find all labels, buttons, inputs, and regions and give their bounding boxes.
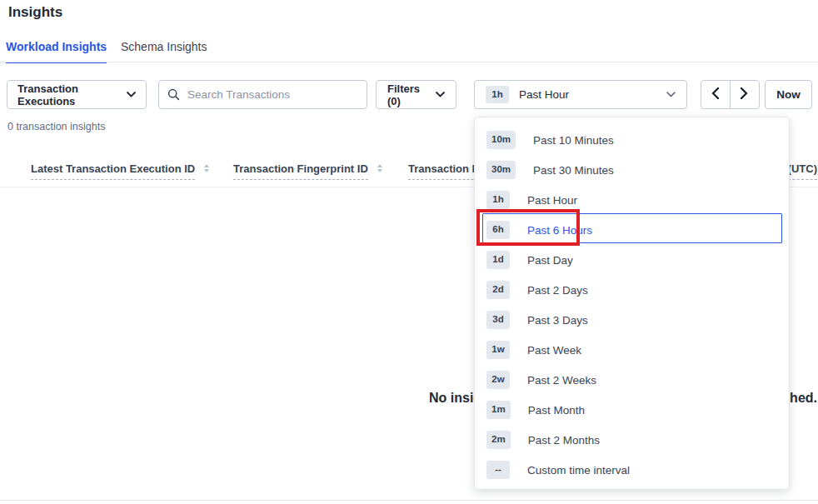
insights-page: Insights Workload Insights Schema Insigh… (0, 0, 818, 504)
column-header-transaction-fingerprint-id[interactable]: Transaction Fingerprint ID (233, 162, 382, 180)
time-option-badge: 1w (486, 341, 510, 359)
time-option-badge: 1d (486, 251, 510, 269)
previous-interval-button[interactable] (701, 81, 731, 108)
bottom-divider (0, 500, 818, 501)
transaction-type-label: Transaction Executions (17, 82, 127, 107)
filters-button[interactable]: Filters (0) (376, 80, 456, 109)
tab-schema-insights[interactable]: Schema Insights (121, 40, 207, 62)
time-option-badge: -- (486, 461, 510, 479)
time-option-2d[interactable]: 2d Past 2 Days (475, 275, 789, 305)
search-input[interactable] (187, 88, 346, 101)
time-option-1d[interactable]: 1d Past Day (475, 245, 789, 275)
empty-state-message: No insight events since this page was la… (429, 391, 474, 409)
time-interval-dropdown-menu: 10m Past 10 Minutes 30m Past 30 Minutes … (474, 117, 790, 490)
time-option-badge: 3d (486, 311, 510, 329)
sort-icon (377, 164, 382, 172)
chevron-left-icon (711, 87, 719, 102)
tabs-divider (0, 62, 818, 62)
time-option-3d[interactable]: 3d Past 3 Days (475, 305, 789, 335)
filters-label: Filters (0) (387, 82, 436, 107)
time-option-2w[interactable]: 2w Past 2 Weeks (475, 365, 789, 395)
time-option-badge: 2d (486, 281, 510, 299)
transaction-type-select[interactable]: Transaction Executions (7, 80, 147, 109)
time-option-badge: 2w (486, 371, 510, 389)
time-option-badge: 2m (486, 431, 511, 449)
tab-workload-insights[interactable]: Workload Insights (6, 40, 107, 63)
chevron-right-icon (741, 87, 748, 102)
time-option-1w[interactable]: 1w Past Week (475, 335, 789, 365)
time-nav-group (701, 80, 760, 109)
column-header-latest-transaction-execution-id[interactable]: Latest Transaction Execution ID (31, 162, 209, 180)
time-interval-select[interactable]: 1h Past Hour (474, 80, 687, 109)
time-interval-badge: 1h (486, 86, 509, 104)
time-option-30m[interactable]: 30m Past 30 Minutes (475, 155, 789, 185)
time-option-1m[interactable]: 1m Past Month (475, 395, 789, 425)
time-option-custom[interactable]: -- Custom time interval (475, 455, 789, 485)
empty-state-message-tail: No insight events since this page was la… (790, 391, 818, 409)
time-option-badge: 30m (486, 161, 516, 179)
insights-count: 0 transaction insights (7, 121, 105, 132)
time-option-2m[interactable]: 2m Past 2 Months (475, 425, 789, 455)
time-option-badge: 1h (486, 191, 510, 209)
time-option-badge: 1m (486, 401, 511, 419)
chevron-down-icon (666, 92, 676, 97)
search-icon (167, 88, 180, 101)
time-option-1h[interactable]: 1h Past Hour (475, 185, 789, 215)
now-button[interactable]: Now (765, 80, 812, 109)
page-title: Insights (8, 4, 62, 21)
time-option-badge: 10m (486, 131, 516, 149)
chevron-down-icon (436, 92, 445, 97)
time-option-badge: 6h (486, 221, 510, 239)
column-header-utc[interactable]: (UTC) (788, 162, 817, 180)
chevron-down-icon (127, 92, 136, 97)
time-interval-label: Past Hour (519, 88, 569, 101)
time-option-6h[interactable]: 6h Past 6 Hours (475, 215, 789, 245)
sort-icon (204, 164, 209, 172)
search-box[interactable] (158, 80, 367, 109)
next-interval-button[interactable] (731, 81, 760, 108)
time-option-10m[interactable]: 10m Past 10 Minutes (475, 125, 789, 155)
